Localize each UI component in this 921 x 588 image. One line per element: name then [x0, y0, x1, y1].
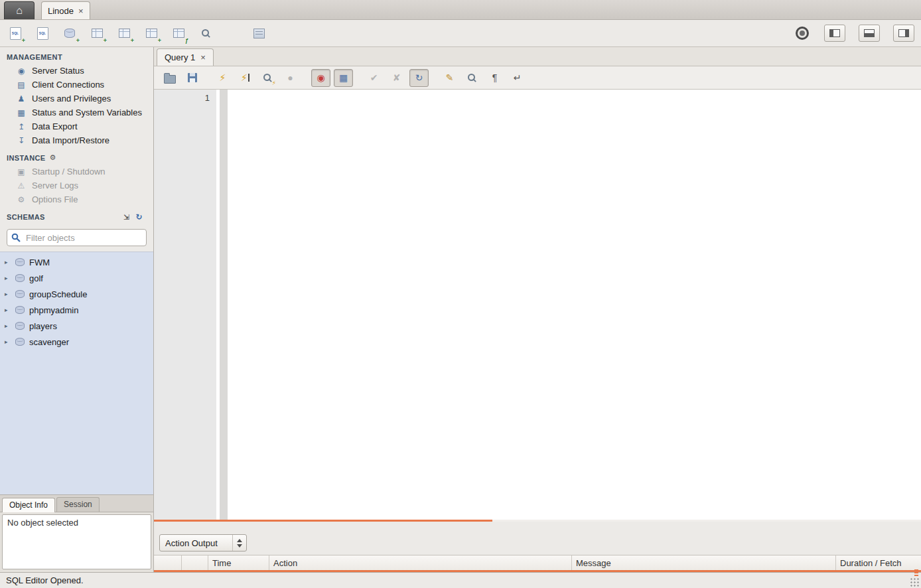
- schema-item-players[interactable]: ▸ players: [0, 318, 153, 334]
- navigator-sidebar: MANAGEMENT ◉ Server Status ▤ Client Conn…: [0, 47, 154, 572]
- toggle-bottom-panel-button[interactable]: [859, 25, 880, 42]
- connection-tabstrip: ⌂ Linode ×: [0, 0, 921, 20]
- execute-current-icon[interactable]: ⚡: [236, 69, 255, 87]
- schema-cylinder-icon: [15, 274, 25, 282]
- execute-icon[interactable]: ⚡: [213, 69, 232, 87]
- connection-tab-linode[interactable]: Linode ×: [41, 1, 90, 19]
- status-indicator-icon[interactable]: [794, 25, 811, 42]
- line-number: 1: [205, 93, 210, 103]
- column-header-time[interactable]: Time: [208, 555, 269, 570]
- wrap-arrow-icon: ↵: [514, 72, 522, 83]
- new-table-icon[interactable]: +: [88, 25, 106, 42]
- chevron-right-icon[interactable]: ▸: [5, 275, 11, 281]
- search-table-data-icon[interactable]: [197, 25, 214, 42]
- schema-item-phpmyadmin[interactable]: ▸ phpmyadmin: [0, 302, 153, 318]
- schemas-title-label: SCHEMAS: [7, 213, 45, 221]
- chevron-right-icon[interactable]: ▸: [5, 307, 11, 313]
- close-tab-icon[interactable]: ×: [78, 6, 84, 16]
- tab-session[interactable]: Session: [56, 497, 100, 512]
- chevron-right-icon[interactable]: ▸: [5, 338, 11, 345]
- wrap-text-icon[interactable]: ↵: [508, 69, 527, 87]
- explain-icon[interactable]: ⚡: [258, 69, 277, 87]
- schema-item-fwm[interactable]: ▸ FWM: [0, 254, 153, 270]
- plus-badge: +: [131, 37, 134, 44]
- main-toolbar-right-group: [794, 25, 914, 42]
- new-function-icon[interactable]: ƒ: [170, 25, 187, 42]
- info-tabs: Object Info Session: [0, 495, 153, 512]
- sidebar-item-server-logs[interactable]: ⚠ Server Logs: [0, 179, 153, 192]
- status-bar-message: SQL Editor Opened.: [6, 575, 84, 585]
- table-grid-icon: [146, 29, 157, 38]
- schema-item-golf[interactable]: ▸ golf: [0, 270, 153, 286]
- management-title-label: MANAGEMENT: [7, 53, 62, 61]
- home-icon: ⌂: [16, 5, 23, 17]
- save-script-icon[interactable]: [182, 69, 202, 87]
- output-type-combobox[interactable]: Action Output: [159, 534, 247, 551]
- schema-filter-input[interactable]: [25, 232, 142, 244]
- expand-schemas-icon[interactable]: ⇲: [123, 213, 130, 222]
- toggle-right-sidebar-button[interactable]: [893, 25, 914, 42]
- combo-stepper[interactable]: [232, 535, 246, 551]
- pilcrow-icon: ¶: [492, 72, 498, 83]
- sidebar-item-client-connections[interactable]: ▤ Client Connections: [0, 78, 153, 92]
- resize-grip-icon[interactable]: [910, 577, 920, 587]
- autocommit-icon[interactable]: ↻: [409, 69, 429, 87]
- open-sql-script-icon[interactable]: SQL: [34, 25, 51, 42]
- schema-item-groupschedule[interactable]: ▸ groupSchedule: [0, 286, 153, 302]
- close-query-tab-icon[interactable]: ×: [200, 52, 206, 62]
- horizontal-splitter[interactable]: [154, 522, 921, 531]
- stop-on-error-icon[interactable]: ◉: [311, 69, 330, 87]
- schema-filter-box: [7, 229, 147, 246]
- column-header-action[interactable]: Action: [269, 555, 572, 570]
- rollback-icon[interactable]: ✘: [387, 69, 406, 87]
- plus-badge: +: [158, 37, 161, 44]
- schema-item-scavenger[interactable]: ▸ scavenger: [0, 334, 153, 350]
- sidebar-item-options-file[interactable]: ⚙ Options File: [0, 192, 153, 206]
- chevron-right-icon[interactable]: ▸: [5, 323, 11, 329]
- tab-object-info[interactable]: Object Info: [2, 498, 55, 512]
- instance-title-label: INSTANCE: [7, 154, 46, 162]
- sidebar-item-startup-shutdown[interactable]: ▣ Startup / Shutdown: [0, 165, 153, 179]
- folder-icon: [164, 75, 176, 84]
- invisible-chars-icon[interactable]: ¶: [485, 69, 504, 87]
- sidebar-item-data-export[interactable]: ↥ Data Export: [0, 119, 153, 133]
- sidebar-item-label: Status and System Variables: [32, 108, 142, 117]
- column-header-message[interactable]: Message: [572, 555, 836, 570]
- sidebar-item-label: Client Connections: [32, 80, 104, 90]
- connection-tab-label: Linode: [48, 6, 74, 16]
- sidebar-item-users-privileges[interactable]: ♟ Users and Privileges: [0, 92, 153, 106]
- column-header-duration-fetch[interactable]: Duration / Fetch: [836, 555, 921, 570]
- chevron-right-icon[interactable]: ▸: [5, 259, 11, 265]
- toggle-left-sidebar-button[interactable]: [824, 25, 845, 42]
- scroll-accent-icon: [914, 568, 918, 576]
- sql-editor-surface[interactable]: [228, 90, 921, 520]
- find-icon[interactable]: [462, 69, 482, 87]
- new-procedure-icon[interactable]: +: [143, 25, 160, 42]
- beautify-icon[interactable]: ✎: [440, 69, 459, 87]
- sql-document-icon: SQL: [10, 27, 21, 40]
- sidebar-item-server-status[interactable]: ◉ Server Status: [0, 64, 153, 78]
- reconnect-dbms-icon[interactable]: [250, 25, 267, 42]
- sidebar-item-status-system-variables[interactable]: ▦ Status and System Variables: [0, 106, 153, 119]
- open-script-icon[interactable]: [160, 69, 179, 87]
- commit-icon[interactable]: ✔: [364, 69, 384, 87]
- stop-icon[interactable]: ●: [281, 69, 300, 87]
- sidebar-item-label: Data Import/Restore: [32, 135, 109, 145]
- magnifier-icon: [202, 29, 210, 38]
- new-view-icon[interactable]: +: [115, 25, 133, 42]
- home-tab[interactable]: ⌂: [4, 1, 35, 19]
- new-schema-icon[interactable]: +: [61, 25, 78, 42]
- system-variables-icon: ▦: [16, 108, 27, 117]
- schema-label: players: [29, 321, 57, 331]
- column-header-blank-2[interactable]: [182, 555, 208, 570]
- main-toolbar: SQL + SQL + + + +: [0, 20, 921, 47]
- chevron-right-icon[interactable]: ▸: [5, 291, 11, 297]
- sidebar-item-data-import-restore[interactable]: ↧ Data Import/Restore: [0, 133, 153, 147]
- bottom-panel-icon: [864, 29, 875, 37]
- sql-editor-area: 1: [154, 90, 921, 520]
- tab-query-1[interactable]: Query 1 ×: [157, 48, 214, 66]
- column-header-blank-1[interactable]: [154, 555, 182, 570]
- new-sql-tab-icon[interactable]: SQL +: [7, 25, 24, 42]
- refresh-schemas-icon[interactable]: ↻: [136, 212, 143, 222]
- results-grid-icon[interactable]: ▦: [334, 69, 353, 87]
